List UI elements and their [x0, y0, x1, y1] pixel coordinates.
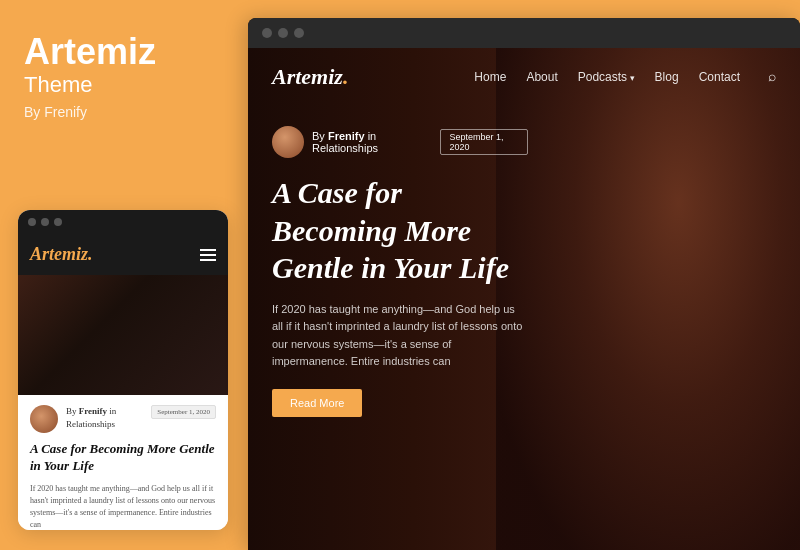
brand-by: By Frenify — [24, 104, 224, 120]
desktop-dot-2 — [278, 28, 288, 38]
nav-about[interactable]: About — [526, 70, 557, 84]
desktop-dot-1 — [262, 28, 272, 38]
desktop-dots — [248, 18, 800, 48]
dot-red — [28, 218, 36, 226]
dot-yellow — [41, 218, 49, 226]
desktop-mockup: Artemiz. Home About Podcasts Blog Contac… — [248, 18, 800, 550]
nav-blog[interactable]: Blog — [655, 70, 679, 84]
mobile-author-row: By Frenify in Relationships September 1,… — [30, 405, 216, 433]
mobile-article-title: A Case for Becoming More Gentle in Your … — [30, 441, 216, 475]
desktop-logo: Artemiz. — [272, 64, 348, 90]
desktop-article-body: If 2020 has taught me anything—and God h… — [272, 301, 528, 371]
nav-home[interactable]: Home — [474, 70, 506, 84]
mobile-logo: Artemiz. — [30, 244, 93, 265]
nav-contact[interactable]: Contact — [699, 70, 740, 84]
mobile-content: By Frenify in Relationships September 1,… — [18, 395, 228, 530]
mobile-avatar — [30, 405, 58, 433]
desktop-author-text: By Frenify in Relationships — [312, 130, 432, 154]
search-icon[interactable]: ⌕ — [768, 69, 776, 85]
desktop-hero-content: By Frenify in Relationships September 1,… — [248, 106, 552, 437]
mobile-header: Artemiz. — [18, 234, 228, 275]
desktop-author-row: By Frenify in Relationships September 1,… — [272, 126, 528, 158]
mobile-dots — [18, 210, 228, 234]
mobile-author-info: By Frenify in Relationships — [66, 405, 116, 430]
desktop-avatar — [272, 126, 304, 158]
brand-name: Artemiz — [24, 32, 224, 72]
desktop-dot-3 — [294, 28, 304, 38]
read-more-button[interactable]: Read More — [272, 389, 362, 417]
brand-subtitle: Theme — [24, 72, 224, 98]
mobile-article-body: If 2020 has taught me anything—and God h… — [30, 483, 216, 530]
mobile-mockup: Artemiz. By Frenify in Relationships — [18, 210, 228, 530]
left-panel: Artemiz Theme By Frenify Artemiz. — [0, 0, 248, 550]
desktop-article-title: A Case for Becoming More Gentle in Your … — [272, 174, 528, 287]
desktop-site: Artemiz. Home About Podcasts Blog Contac… — [248, 48, 800, 550]
mobile-hero-image — [18, 275, 228, 395]
desktop-nav: Artemiz. Home About Podcasts Blog Contac… — [248, 48, 800, 106]
desktop-nav-links: Home About Podcasts Blog Contact ⌕ — [474, 69, 776, 85]
hamburger-icon[interactable] — [200, 249, 216, 261]
dot-green — [54, 218, 62, 226]
desktop-date-badge: September 1, 2020 — [440, 129, 527, 155]
nav-podcasts[interactable]: Podcasts — [578, 70, 635, 84]
mobile-date-badge: September 1, 2020 — [151, 405, 216, 419]
